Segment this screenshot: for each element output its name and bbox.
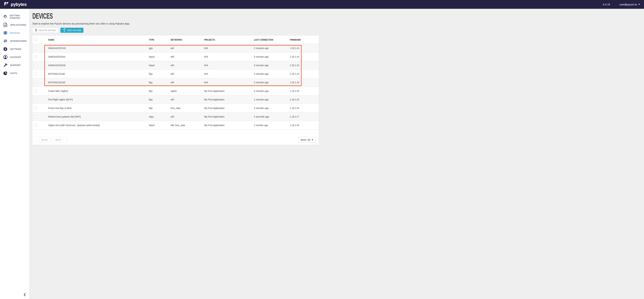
sidebar-item-integrations[interactable]: INTEGRATIONS — [0, 37, 30, 45]
top-bar: pybytes € 0.76 user@pycom.io — [0, 0, 322, 9]
cell-firmware: 1.18.2.r6 — [290, 90, 319, 92]
cell-networks: wifi — [170, 47, 204, 50]
row-checkbox[interactable] — [34, 56, 37, 58]
cell-type: gpy — [149, 47, 170, 50]
table-row[interactable]: First flight sigfox (Wi-Fi) fipy wifi My… — [32, 95, 319, 104]
cell-networks: wifi, lora_otaa — [170, 124, 204, 126]
gear-icon — [3, 47, 8, 51]
sidebar-item-label: STATS — [10, 72, 17, 74]
cell-last-connection: 3 minutes ago — [254, 107, 290, 110]
cell-networks: wifi — [170, 115, 204, 118]
wrench-icon — [3, 63, 8, 68]
cell-type: fipy — [149, 81, 170, 84]
cell-projects: N/A — [204, 47, 254, 50]
row-checkbox[interactable] — [34, 90, 37, 92]
cell-name: 30AEA42D32D8 — [48, 64, 149, 67]
add-via-usb-label: ADD VIA USB — [67, 29, 81, 32]
cell-firmware: 1.18.2.r7 — [290, 115, 319, 118]
row-checkbox[interactable] — [34, 64, 37, 67]
sidebar-item-label: SETTINGS — [10, 48, 21, 50]
sidebar-item-label: INTEGRATIONS — [10, 40, 27, 42]
cell-name: Crater-lake (sigfox) — [48, 90, 149, 92]
column-header-firmware[interactable]: FIRMWARE — [290, 38, 313, 41]
sidebar-item-label: DEVICES — [10, 32, 20, 34]
pie-chart-icon — [3, 71, 8, 76]
cell-name: 807D3AC322A8 — [48, 81, 149, 84]
table-row[interactable]: Sigfox-test (with Pysense) - [pastoor pe… — [32, 121, 319, 130]
cell-name: 807D3AC31340 — [48, 72, 149, 75]
cell-name: Reboot [new pybytes lib] (WiFi) — [48, 115, 149, 118]
cell-type: fipy — [149, 98, 170, 101]
items-per-page-label: Items: 30 — [300, 138, 310, 141]
page-title: DEVICES — [32, 12, 322, 20]
cell-firmware: 1.20.1.r0 — [290, 47, 319, 50]
sidebar-item-support[interactable]: SUPPORT — [0, 61, 30, 69]
column-header-networks[interactable]: NETWORKS — [170, 38, 198, 41]
page-subtitle: Start to explore the Pycom devices by pr… — [32, 22, 322, 25]
sidebar: GETTING STARTED APPLICATIONS DEVICES INT… — [0, 9, 30, 150]
code-file-icon — [3, 22, 8, 27]
back-button[interactable]: ← BACK — [36, 137, 51, 143]
cell-projects: N/A — [204, 81, 254, 84]
sidebar-item-label: GETTING STARTED — [10, 14, 30, 19]
table-row[interactable]: Fresh-new-fipy (LoRa) fipy lora_otaa My … — [32, 104, 319, 112]
column-header-type[interactable]: TYPE — [149, 38, 166, 41]
cell-type: lopy4 — [149, 56, 170, 58]
sidebar-item-devices[interactable]: DEVICES — [0, 29, 30, 37]
next-button[interactable]: NEXT → — [52, 137, 67, 143]
cell-projects: My First Application — [204, 90, 254, 92]
table-footer: ← BACK NEXT → Items: 30 — [32, 130, 319, 145]
table-row[interactable]: 30AEA42D32A4 lopy4 wifi N/A 3 minutes ag… — [32, 52, 319, 61]
table-row[interactable]: 30AEA42CEC4C gpy wifi N/A 2 minutes ago … — [32, 44, 319, 52]
table-row[interactable]: Crater-lake (sigfox) fipy sigfox My Firs… — [32, 87, 319, 95]
row-checkbox[interactable] — [34, 72, 37, 76]
devices-table-card: NAME TYPE NETWORKS PROJECTS LAST CONNECT… — [32, 36, 319, 145]
cell-type: wipy — [149, 115, 170, 118]
chevron-down-icon — [312, 139, 313, 140]
delete-device-button[interactable]: DELETE DEVICE — [32, 28, 58, 33]
cell-projects: My First Application — [204, 124, 254, 126]
table-row[interactable]: 807D3AC322A8 fipy wifi N/A 2 minutes ago… — [32, 78, 319, 87]
table-row[interactable]: Reboot [new pybytes lib] (WiFi) wipy wif… — [32, 112, 319, 121]
cell-type: fipy — [149, 72, 170, 75]
column-header-projects[interactable]: PROJECTS — [204, 38, 244, 41]
column-header-name[interactable]: NAME — [48, 38, 129, 41]
pycom-logo-icon — [4, 2, 9, 7]
cell-type: fipy — [149, 107, 170, 110]
cell-networks: wifi — [170, 72, 204, 75]
logo-text: pybytes — [11, 2, 27, 7]
cell-projects: My First Application — [204, 107, 254, 110]
sidebar-item-account[interactable]: ACCOUNT — [0, 53, 30, 61]
row-checkbox[interactable] — [34, 81, 37, 84]
row-checkbox[interactable] — [34, 124, 37, 127]
select-all-checkbox[interactable] — [34, 38, 37, 41]
items-per-page-dropdown[interactable]: Items: 30 — [298, 137, 316, 143]
sidebar-item-label: APPLICATIONS — [10, 24, 26, 26]
table-row[interactable]: 30AEA42D32D8 lopy4 wifi N/A 3 minutes ag… — [32, 61, 319, 70]
sidebar-item-label: ACCOUNT — [10, 56, 21, 58]
cell-networks: wifi — [170, 81, 204, 84]
trash-icon — [35, 29, 37, 32]
delete-device-label: DELETE DEVICE — [39, 29, 56, 32]
column-header-last-connection[interactable]: LAST CONNECTION — [254, 38, 282, 41]
cell-firmware: 1.20.1.r0 — [290, 81, 319, 84]
cell-last-connection: 2 minutes ago — [254, 81, 290, 84]
row-checkbox[interactable] — [34, 47, 37, 50]
sidebar-item-applications[interactable]: APPLICATIONS — [0, 21, 30, 29]
cell-name: 30AEA42D32A4 — [48, 56, 149, 58]
cell-firmware: 1.18.2.r6 — [290, 107, 319, 110]
cell-last-connection: 5 minutes ago — [254, 90, 290, 92]
cell-name: 30AEA42CEC4C — [48, 47, 149, 50]
row-checkbox[interactable] — [34, 107, 37, 110]
cell-firmware: 1.20.1.r0 — [290, 64, 319, 67]
row-checkbox[interactable] — [34, 98, 37, 101]
cell-projects: My First Application — [204, 115, 254, 118]
table-row[interactable]: 807D3AC31340 fipy wifi N/A 2 minutes ago… — [32, 70, 319, 78]
row-checkbox[interactable] — [34, 115, 37, 118]
add-via-usb-button[interactable]: ADD VIA USB — [60, 28, 84, 33]
sidebar-item-settings[interactable]: SETTINGS — [0, 45, 30, 53]
sidebar-item-stats[interactable]: STATS — [0, 69, 30, 77]
cell-type: fipy — [149, 90, 170, 92]
sidebar-item-getting-started[interactable]: GETTING STARTED — [0, 13, 30, 21]
cell-last-connection: 3 minutes ago — [254, 64, 290, 67]
